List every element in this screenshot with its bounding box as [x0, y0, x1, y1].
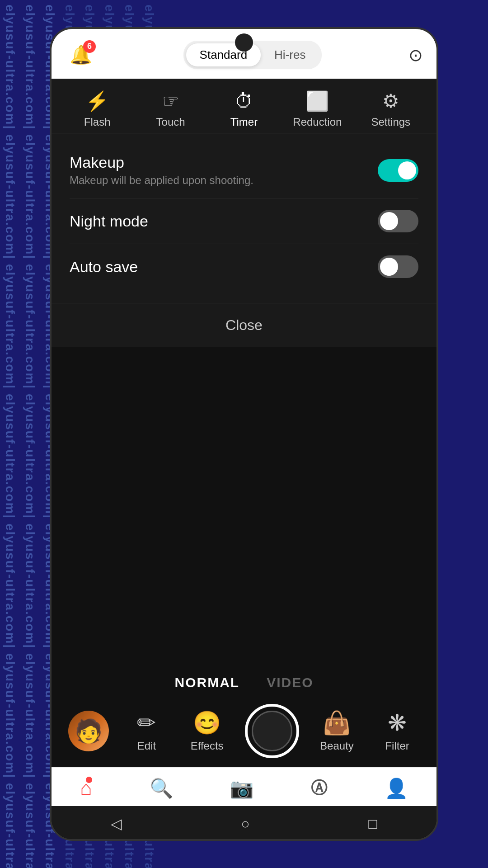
nav-ai[interactable]: Ⓐ — [311, 777, 327, 799]
reduction-label: Reduction — [293, 116, 342, 128]
night-mode-row: Night mode — [70, 198, 418, 244]
notch — [235, 33, 253, 52]
flash-label: Flash — [84, 116, 111, 128]
toolbar-flash[interactable]: ⚡ Flash — [70, 90, 124, 128]
hires-mode-button[interactable]: Hi-res — [261, 43, 319, 66]
nav-home[interactable]: ⌂ — [80, 777, 92, 799]
close-button[interactable]: Close — [52, 303, 436, 347]
search-icon: 🔍 — [150, 777, 173, 799]
makeup-toggle[interactable] — [378, 159, 418, 182]
camera-toolbar: ⚡ Flash ☞ Touch ⏱ Timer ⬜ Reduction ⚙ Se… — [52, 79, 436, 133]
filter-icon: ❋ — [388, 710, 407, 736]
flash-icon: ⚡ — [85, 90, 109, 112]
system-nav: ◁ ○ □ — [52, 806, 436, 839]
shutter-button[interactable] — [245, 704, 299, 758]
back-button[interactable]: ◁ — [111, 815, 122, 832]
auto-save-info: Auto save — [70, 258, 138, 276]
scan-icon[interactable]: ⊙ — [408, 45, 423, 65]
reduction-icon: ⬜ — [305, 90, 329, 112]
makeup-sublabel: Makeup will be applied upon shooting. — [70, 174, 253, 187]
toolbar-timer[interactable]: ⏱ Timer — [217, 90, 271, 128]
camera-icon: 📷 — [230, 777, 253, 799]
shutter-inner — [252, 711, 292, 751]
auto-save-row: Auto save — [70, 244, 418, 289]
night-mode-label: Night mode — [70, 212, 148, 230]
night-mode-knob — [380, 212, 398, 230]
timer-label: Timer — [230, 116, 258, 128]
normal-mode-tab[interactable]: NORMAL — [174, 675, 239, 690]
recent-button[interactable]: □ — [368, 816, 377, 832]
night-mode-toggle[interactable] — [378, 210, 418, 232]
profile-icon: 👤 — [385, 777, 408, 799]
notification-badge: 6 — [83, 40, 96, 53]
filter-label: Filter — [385, 740, 409, 752]
beauty-icon: 👜 — [323, 710, 351, 736]
ai-icon: Ⓐ — [311, 777, 327, 799]
timer-icon: ⏱ — [235, 90, 253, 112]
auto-save-knob — [380, 258, 398, 276]
notification-button[interactable]: 🔔 6 — [65, 39, 97, 71]
edit-label: Edit — [137, 740, 156, 752]
toolbar-settings[interactable]: ⚙ Settings — [364, 90, 418, 128]
home-button[interactable]: ○ — [241, 816, 249, 832]
toolbar-touch[interactable]: ☞ Touch — [144, 90, 198, 128]
settings-label: Settings — [371, 116, 410, 128]
night-mode-info: Night mode — [70, 212, 148, 230]
beauty-label: Beauty — [320, 740, 354, 752]
makeup-label: Makeup — [70, 154, 253, 171]
settings-icon: ⚙ — [382, 90, 399, 112]
effects-label: Effects — [191, 740, 224, 752]
nav-profile[interactable]: 👤 — [385, 777, 408, 799]
nav-search[interactable]: 🔍 — [150, 777, 173, 799]
home-notif-dot — [86, 777, 92, 783]
touch-label: Touch — [156, 116, 185, 128]
nav-camera[interactable]: 📷 — [230, 777, 253, 799]
makeup-info: Makeup Makeup will be applied upon shoot… — [70, 154, 253, 187]
makeup-row: Makeup Makeup will be applied upon shoot… — [70, 142, 418, 198]
makeup-knob — [398, 161, 416, 179]
edit-tool[interactable]: ✏ Edit — [124, 710, 169, 752]
video-mode-tab[interactable]: VIDEO — [267, 675, 313, 690]
bottom-toolbar: 🧑 ✏ Edit 😊 Effects 👜 Beauty ❋ Filter — [52, 697, 436, 767]
auto-save-toggle[interactable] — [378, 255, 418, 278]
filter-tool[interactable]: ❋ Filter — [375, 710, 420, 752]
settings-panel: ⚡ Flash ☞ Touch ⏱ Timer ⬜ Reduction ⚙ Se… — [52, 79, 436, 347]
touch-icon: ☞ — [162, 90, 179, 112]
camera-viewfinder — [52, 347, 436, 666]
toolbar-reduction[interactable]: ⬜ Reduction — [290, 90, 344, 128]
nav-bar: ⌂ 🔍 📷 Ⓐ 👤 — [52, 767, 436, 806]
auto-save-label: Auto save — [70, 258, 138, 276]
camera-mode-tabs: NORMAL VIDEO — [52, 666, 436, 697]
effects-icon: 😊 — [193, 710, 221, 736]
beauty-tool[interactable]: 👜 Beauty — [314, 710, 359, 752]
edit-icon: ✏ — [137, 710, 156, 736]
toggle-section: Makeup Makeup will be applied upon shoot… — [52, 133, 436, 298]
gallery-avatar[interactable]: 🧑 — [68, 711, 109, 751]
effects-tool[interactable]: 😊 Effects — [184, 710, 230, 752]
top-bar: 🔔 6 Standard Hi-res ⊙ — [52, 29, 436, 79]
phone-frame: 🔔 6 Standard Hi-res ⊙ ⚡ Flash ☞ Touch ⏱ … — [50, 27, 438, 841]
